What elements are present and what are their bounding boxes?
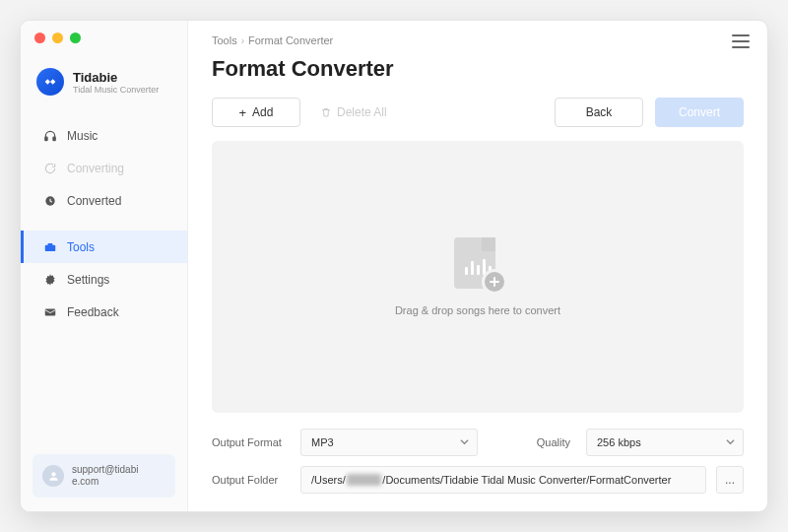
svg-rect-3 [44,244,55,250]
quality-select[interactable]: 256 kbps [586,429,744,456]
delete-all-label: Delete All [337,105,387,119]
sidebar-item-label: Feedback [67,305,119,319]
plus-icon: + [239,105,247,120]
trash-icon [320,106,332,118]
window-controls [34,33,81,43]
plus-circle-icon [482,269,507,295]
add-button[interactable]: + Add [212,98,300,127]
brand-subtitle: Tidal Music Converter [73,85,159,95]
toolbar: + Add Delete All Back Convert [212,98,744,127]
svg-rect-4 [47,242,52,244]
sidebar-item-label: Converted [67,194,121,208]
support-email: support@tidabie.com [72,464,138,488]
brand-logo-icon [36,68,64,96]
convert-button: Convert [655,98,744,127]
toolbox-icon [42,239,57,254]
sidebar-nav: Music Converting Converted Tools Setting… [21,119,187,328]
window-minimize-button[interactable] [52,33,63,43]
ellipsis-icon: ... [725,473,735,487]
svg-rect-6 [44,308,55,315]
row-output-folder: Output Folder /Users/xxxxx/Documents/Tid… [212,466,744,494]
output-format-value: MP3 [311,436,334,448]
brand-name: Tidabie [73,70,159,85]
chevron-right-icon: › [241,35,244,46]
sidebar-item-feedback[interactable]: Feedback [21,296,187,328]
menu-button[interactable] [732,34,750,48]
breadcrumb-current: Format Converter [248,34,333,46]
svg-point-7 [51,472,55,476]
breadcrumb: Tools › Format Converter [212,34,744,46]
sidebar-item-label: Converting [67,162,124,175]
sidebar-item-tools[interactable]: Tools [21,231,187,263]
chevron-down-icon [460,436,469,448]
sidebar-item-label: Music [67,129,98,143]
mail-icon [42,304,57,319]
svg-rect-0 [44,137,46,141]
app-window: Tidabie Tidal Music Converter Music Conv… [20,20,768,512]
output-folder-input[interactable]: /Users/xxxxx/Documents/Tidabie Tidal Mus… [300,466,706,494]
output-format-select[interactable]: MP3 [300,429,478,456]
quality-value: 256 kbps [597,436,641,448]
page-title: Format Converter [212,56,744,82]
main-content: Tools › Format Converter Format Converte… [188,21,767,511]
row-output-format: Output Format MP3 Quality 256 kbps [212,429,744,456]
back-button[interactable]: Back [555,98,643,127]
dropzone-icon [450,237,505,293]
sidebar-item-converting[interactable]: Converting [21,152,187,184]
brand-text: Tidabie Tidal Music Converter [73,70,159,95]
avatar-icon [42,465,64,487]
output-folder-label: Output Folder [212,474,291,486]
headphones-icon [42,128,57,143]
output-settings: Output Format MP3 Quality 256 kbps Outpu… [212,429,744,494]
sidebar-item-label: Settings [67,273,109,287]
quality-label: Quality [537,436,570,448]
sidebar-item-settings[interactable]: Settings [21,263,187,296]
convert-button-label: Convert [679,105,720,119]
window-close-button[interactable] [34,33,45,43]
sidebar-item-music[interactable]: Music [21,119,187,152]
brand: Tidabie Tidal Music Converter [21,60,187,113]
dropzone[interactable]: Drag & drop songs here to convert [212,141,744,413]
delete-all-button: Delete All [312,105,395,119]
window-zoom-button[interactable] [70,33,81,43]
sidebar-item-label: Tools [67,240,95,254]
breadcrumb-root[interactable]: Tools [212,34,237,46]
add-button-label: Add [252,105,273,119]
back-button-label: Back [586,105,613,119]
gear-icon [42,272,57,287]
redacted-segment: xxxxx [347,474,382,486]
sidebar-item-converted[interactable]: Converted [21,184,187,217]
output-format-label: Output Format [212,436,291,448]
dropzone-hint: Drag & drop songs here to convert [395,304,560,316]
browse-folder-button[interactable]: ... [716,466,744,494]
clock-icon [42,193,57,208]
svg-rect-1 [52,137,54,141]
sidebar: Tidabie Tidal Music Converter Music Conv… [21,21,188,511]
chevron-down-icon [726,436,735,448]
refresh-icon [42,161,57,175]
support-card[interactable]: support@tidabie.com [33,454,175,498]
